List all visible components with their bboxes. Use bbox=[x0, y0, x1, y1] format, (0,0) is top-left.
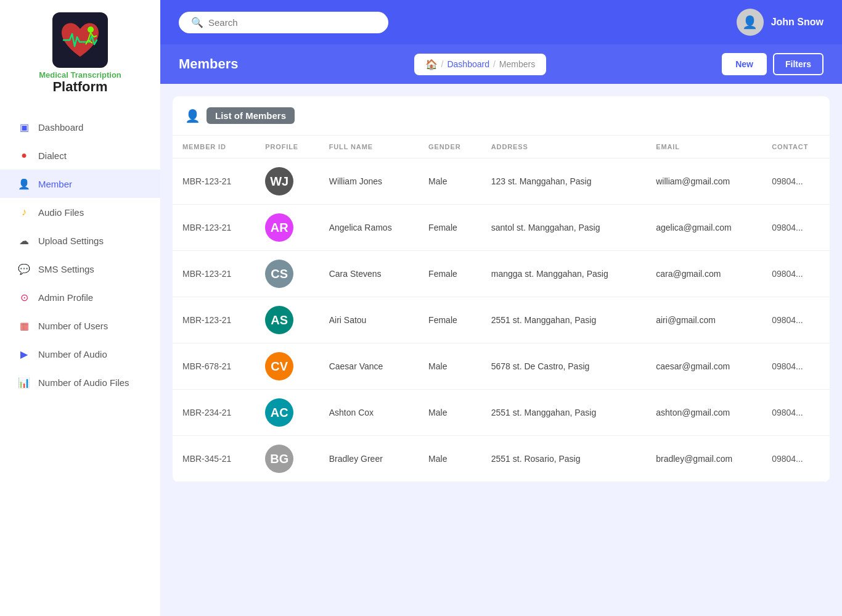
table-row[interactable]: MBR-123-21WJWilliam JonesMale123 st. Man… bbox=[173, 158, 830, 205]
table-row[interactable]: MBR-345-21BGBradley GreerMale2551 st. Ro… bbox=[173, 436, 830, 482]
gender-cell: Male bbox=[419, 158, 481, 205]
user-name: John Snow bbox=[771, 17, 824, 28]
sidebar: Medical Transcription Platform ▣Dashboar… bbox=[0, 0, 160, 616]
address-cell: 123 st. Manggahan, Pasig bbox=[481, 158, 646, 205]
sidebar-label-sms-settings: SMS Settings bbox=[38, 264, 94, 274]
member-id-cell: MBR-678-21 bbox=[173, 343, 255, 390]
members-card-title: List of Members bbox=[206, 107, 295, 124]
logo: Medical Transcription Platform bbox=[27, 6, 134, 107]
breadcrumb-current: Members bbox=[499, 59, 535, 69]
address-cell: 2551 st. Manggahan, Pasig bbox=[481, 390, 646, 436]
number-of-audio-files-icon: 📊 bbox=[17, 376, 31, 389]
audio-files-icon: ♪ bbox=[17, 205, 31, 219]
table-row[interactable]: MBR-123-21ARAngelica RamosFemalesantol s… bbox=[173, 205, 830, 251]
member-id-cell: MBR-123-21 bbox=[173, 297, 255, 343]
contact-cell: 09804... bbox=[762, 205, 830, 251]
fullname-cell: Angelica Ramos bbox=[319, 205, 419, 251]
search-input[interactable] bbox=[208, 17, 376, 28]
sidebar-item-sms-settings[interactable]: 💬SMS Settings bbox=[0, 255, 160, 283]
member-icon: 👤 bbox=[17, 177, 31, 191]
header-actions: New Filters bbox=[722, 53, 824, 75]
member-id-cell: MBR-345-21 bbox=[173, 436, 255, 482]
number-of-users-icon: ▦ bbox=[17, 319, 31, 332]
sidebar-item-number-of-audio-files[interactable]: 📊Number of Audio Files bbox=[0, 368, 160, 396]
svg-point-1 bbox=[88, 27, 94, 33]
member-id-cell: MBR-234-21 bbox=[173, 390, 255, 436]
col-email: EMAIL bbox=[646, 136, 762, 158]
col-contact: CONTACT bbox=[762, 136, 830, 158]
member-avatar: AS bbox=[265, 306, 293, 334]
col-gender: GENDER bbox=[419, 136, 481, 158]
sidebar-item-admin-profile[interactable]: ⊙Admin Profile bbox=[0, 283, 160, 311]
col-profile: PROFILE bbox=[255, 136, 319, 158]
number-of-audio-icon: ▶ bbox=[17, 347, 31, 361]
address-cell: 2551 st. Rosario, Pasig bbox=[481, 436, 646, 482]
table-header-row: MEMBER IDPROFILEFULL NAMEGENDERADDRESSEM… bbox=[173, 136, 830, 158]
content-area: 👤 List of Members MEMBER IDPROFILEFULL N… bbox=[160, 84, 842, 616]
email-cell: airi@gmail.com bbox=[646, 297, 762, 343]
sidebar-item-number-of-users[interactable]: ▦Number of Users bbox=[0, 311, 160, 340]
members-table: MEMBER IDPROFILEFULL NAMEGENDERADDRESSEM… bbox=[173, 136, 830, 482]
user-info: 👤 John Snow bbox=[737, 9, 824, 36]
profile-cell: WJ bbox=[255, 158, 319, 205]
contact-cell: 09804... bbox=[762, 343, 830, 390]
fullname-cell: Ashton Cox bbox=[319, 390, 419, 436]
table-wrapper: MEMBER IDPROFILEFULL NAMEGENDERADDRESSEM… bbox=[173, 136, 830, 482]
sidebar-item-number-of-audio[interactable]: ▶Number of Audio bbox=[0, 340, 160, 368]
email-cell: william@gmail.com bbox=[646, 158, 762, 205]
search-wrapper[interactable]: 🔍 bbox=[179, 12, 388, 33]
sidebar-label-number-of-audio: Number of Audio bbox=[38, 349, 107, 359]
breadcrumb-sep-1: / bbox=[441, 59, 444, 69]
profile-cell: BG bbox=[255, 436, 319, 482]
gender-cell: Female bbox=[419, 251, 481, 297]
home-icon[interactable]: 🏠 bbox=[425, 59, 438, 70]
email-cell: ashton@gmail.com bbox=[646, 390, 762, 436]
subheader: Members 🏠 / Dashboard / Members New Filt… bbox=[160, 44, 842, 84]
table-row[interactable]: MBR-234-21ACAshton CoxMale2551 st. Mangg… bbox=[173, 390, 830, 436]
table-row[interactable]: MBR-123-21ASAiri SatouFemale2551 st. Man… bbox=[173, 297, 830, 343]
address-cell: mangga st. Manggahan, Pasig bbox=[481, 251, 646, 297]
contact-cell: 09804... bbox=[762, 436, 830, 482]
address-cell: santol st. Manggahan, Pasig bbox=[481, 205, 646, 251]
gender-cell: Male bbox=[419, 390, 481, 436]
logo-icon bbox=[52, 12, 108, 68]
contact-cell: 09804... bbox=[762, 390, 830, 436]
sidebar-label-dashboard: Dashboard bbox=[38, 122, 83, 133]
member-id-cell: MBR-123-21 bbox=[173, 251, 255, 297]
search-icon: 🔍 bbox=[191, 17, 203, 28]
sidebar-item-member[interactable]: 👤Member bbox=[0, 170, 160, 198]
gender-cell: Male bbox=[419, 343, 481, 390]
sidebar-item-audio-files[interactable]: ♪Audio Files bbox=[0, 198, 160, 226]
sidebar-label-upload-settings: Upload Settings bbox=[38, 236, 104, 246]
member-icon: 👤 bbox=[185, 109, 200, 123]
email-cell: caesar@gmail.com bbox=[646, 343, 762, 390]
admin-profile-icon: ⊙ bbox=[17, 290, 31, 304]
member-avatar: AC bbox=[265, 398, 293, 427]
table-row[interactable]: MBR-678-21CVCaesar VanceMale5678 st. De … bbox=[173, 343, 830, 390]
sidebar-item-dashboard[interactable]: ▣Dashboard bbox=[0, 113, 160, 141]
table-row[interactable]: MBR-123-21CSCara StevensFemalemangga st.… bbox=[173, 251, 830, 297]
breadcrumb-dashboard[interactable]: Dashboard bbox=[447, 59, 489, 69]
dialect-icon: ● bbox=[17, 149, 31, 162]
sidebar-nav: ▣Dashboard●Dialect👤Member♪Audio Files☁Up… bbox=[0, 107, 160, 403]
email-cell: bradley@gmail.com bbox=[646, 436, 762, 482]
members-card: 👤 List of Members MEMBER IDPROFILEFULL N… bbox=[173, 96, 830, 482]
breadcrumb: 🏠 / Dashboard / Members bbox=[414, 54, 547, 75]
members-card-header: 👤 List of Members bbox=[173, 96, 830, 136]
new-button[interactable]: New bbox=[722, 53, 767, 75]
gender-cell: Male bbox=[419, 436, 481, 482]
member-avatar: WJ bbox=[265, 167, 293, 195]
member-avatar: AR bbox=[265, 213, 293, 242]
gender-cell: Female bbox=[419, 297, 481, 343]
sidebar-item-upload-settings[interactable]: ☁Upload Settings bbox=[0, 226, 160, 255]
filters-button[interactable]: Filters bbox=[773, 53, 824, 75]
contact-cell: 09804... bbox=[762, 251, 830, 297]
sidebar-item-dialect[interactable]: ●Dialect bbox=[0, 141, 160, 170]
sidebar-label-audio-files: Audio Files bbox=[38, 207, 84, 218]
logo-text-black: Platform bbox=[52, 80, 107, 94]
gender-cell: Female bbox=[419, 205, 481, 251]
profile-cell: AS bbox=[255, 297, 319, 343]
contact-cell: 09804... bbox=[762, 297, 830, 343]
sms-settings-icon: 💬 bbox=[17, 262, 31, 276]
fullname-cell: William Jones bbox=[319, 158, 419, 205]
